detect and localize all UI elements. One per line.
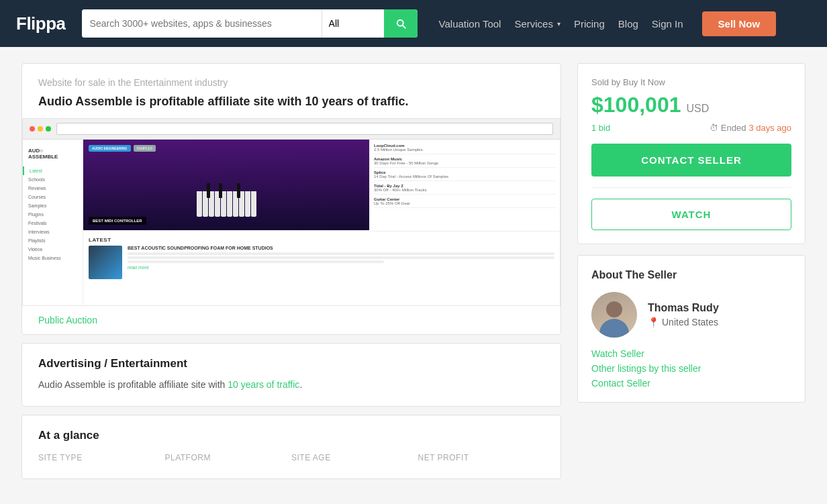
mock-post-thumbnail: [89, 246, 122, 279]
advertising-title: Advertising / Entertainment: [38, 357, 544, 370]
ended-info: ⏱ Ended 3 days ago: [710, 123, 791, 133]
right-column: Sold by Buy It Now $100,001 USD 1 bid ⏱ …: [577, 63, 806, 479]
search-input[interactable]: [82, 9, 322, 38]
main-container: Website for sale in the Entertainment in…: [11, 63, 816, 479]
desc-highlight-link[interactable]: 10 years of traffic: [228, 379, 299, 390]
mock-sidebar-videos: Videos: [23, 245, 83, 254]
other-listings-link[interactable]: Other listings by this seller: [591, 363, 791, 374]
mock-sidebar-courses: Courses: [23, 193, 83, 201]
seller-name: Thomas Rudy: [648, 302, 791, 314]
price-meta: 1 bid ⏱ Ended 3 days ago: [591, 123, 791, 133]
listing-card: Website for sale in the Entertainment in…: [21, 63, 561, 335]
listing-header: Website for sale in the Entertainment in…: [22, 64, 561, 118]
mock-side-item-5: Guitar Center Up To 25% Off Gear: [374, 197, 556, 208]
mock-sidebar-playlists: Playlists: [23, 236, 83, 245]
mock-hero-badge: BEST MIDI CONTROLLER: [89, 217, 146, 225]
price-divider: [591, 187, 791, 188]
sell-now-button[interactable]: Sell Now: [702, 11, 777, 36]
mock-post-text: BEST ACOUSTIC SOUNDPROOFING FOAM FOR HOM…: [128, 246, 554, 279]
mock-site-logo: AUD○ASSEMBLE: [23, 145, 83, 162]
mock-sidebar-festivals: Festivals: [23, 219, 83, 228]
nav-pricing[interactable]: Pricing: [574, 18, 605, 30]
mock-piano-bg: AUDIO ENGINEERING SAMPLES BEST MIDI CONT…: [83, 140, 369, 230]
listing-screenshot: AUD○ASSEMBLE Latest Schools Reviews Cour…: [22, 118, 561, 306]
site-logo[interactable]: Flippa: [16, 13, 66, 34]
mock-sidebar-music-business: Music Business: [23, 254, 83, 262]
location-icon: 📍: [648, 317, 659, 327]
left-column: Website for sale in the Entertainment in…: [21, 63, 561, 479]
mock-text-line-3: [128, 260, 384, 263]
mock-side-item-2: Amazon Music 30 Days For Free - 50 Milli…: [374, 157, 556, 168]
browser-dot-green: [46, 126, 51, 132]
mock-sidebar-interviews: Interviews: [23, 228, 83, 236]
nav-blog[interactable]: Blog: [618, 18, 638, 30]
seller-card: About The Seller Thomas Rudy 📍 United St…: [577, 255, 806, 403]
listing-footer: Public Auction: [22, 306, 561, 334]
mock-website-main: AUDIO ENGINEERING SAMPLES BEST MIDI CONT…: [83, 140, 560, 305]
advertising-desc: Audio Assemble is profitable affiliate s…: [38, 377, 544, 392]
mock-sidebar-latest: Latest: [23, 166, 83, 175]
mock-sidebar-plugins: Plugins: [23, 210, 83, 219]
contact-seller-link[interactable]: Contact Seller: [591, 378, 791, 389]
watch-button[interactable]: WATCH: [591, 199, 791, 230]
browser-dots: [30, 126, 51, 132]
search-filter-wrapper: All Websites Apps Domains: [322, 9, 384, 38]
nav-sign-in[interactable]: Sign In: [652, 18, 683, 30]
glance-title: At a glance: [38, 429, 544, 442]
public-auction-link[interactable]: Public Auction: [38, 315, 97, 325]
ended-time: 3 days ago: [748, 123, 791, 133]
advertising-card: Advertising / Entertainment Audio Assemb…: [21, 343, 561, 406]
contact-seller-button[interactable]: CONTACT SELLER: [591, 144, 791, 177]
seller-country: United States: [662, 317, 718, 327]
mock-side-articles: LoopCloud.com 2.5 Million Unique Samples…: [369, 140, 560, 230]
price-currency: USD: [686, 103, 709, 115]
nav-services[interactable]: Services ▾: [514, 18, 561, 30]
search-icon: [395, 17, 407, 30]
glance-net-profit-label: Net Profit: [418, 453, 545, 462]
mock-text-line-2: [128, 256, 554, 259]
nav-valuation-tool[interactable]: Valuation Tool: [439, 18, 501, 30]
mock-side-item-3: Splice 14 Day Trial - Access Millions Of…: [374, 170, 556, 181]
watch-seller-link[interactable]: Watch Seller: [591, 348, 791, 359]
seller-avatar-image: [591, 292, 637, 338]
desc-suffix: .: [299, 379, 302, 390]
at-a-glance-card: At a glance Site Type Platform Site Age …: [21, 415, 561, 479]
site-header: Flippa All Websites Apps Domains Valuati…: [0, 0, 827, 47]
screenshot-mockup: AUD○ASSEMBLE Latest Schools Reviews Cour…: [23, 119, 560, 305]
browser-dot-red: [30, 126, 35, 132]
mock-latest-label: LATEST: [89, 237, 554, 243]
mock-post-title: BEST ACOUSTIC SOUNDPROOFING FOAM FOR HOM…: [128, 246, 554, 250]
search-button[interactable]: [384, 9, 418, 38]
glance-site-type: Site Type: [38, 453, 165, 465]
browser-dot-yellow: [38, 126, 43, 132]
mock-text-line-1: [128, 252, 554, 255]
glance-site-age: Site Age: [291, 453, 418, 465]
price-card: Sold by Buy It Now $100,001 USD 1 bid ⏱ …: [577, 63, 806, 244]
ended-label: Ended: [721, 123, 746, 133]
services-chevron-icon: ▾: [557, 20, 561, 28]
search-bar: All Websites Apps Domains: [82, 9, 418, 38]
mock-side-item-4: Tidal - By Jay Z 30% Off - 400+ Million …: [374, 184, 556, 195]
glance-platform: Platform: [165, 453, 292, 465]
seller-info: Thomas Rudy 📍 United States: [591, 292, 791, 338]
seller-section-title: About The Seller: [591, 269, 791, 281]
bid-count: 1 bid: [591, 123, 610, 133]
seller-links: Watch Seller Other listings by this sell…: [591, 348, 791, 389]
mock-browser-bar: [23, 119, 560, 140]
mock-hero-image: AUDIO ENGINEERING SAMPLES BEST MIDI CONT…: [83, 140, 369, 230]
search-filter-select[interactable]: All Websites Apps Domains: [322, 9, 384, 38]
mock-sidebar-schools: Schools: [23, 175, 83, 184]
mock-read-more: read more: [128, 265, 554, 270]
glance-site-type-label: Site Type: [38, 453, 165, 462]
browser-url-bar: [56, 123, 553, 135]
glance-site-age-label: Site Age: [291, 453, 418, 462]
seller-location: 📍 United States: [648, 317, 791, 327]
mock-sidebar-samples: Samples: [23, 201, 83, 210]
glance-columns: Site Type Platform Site Age Net Profit: [38, 453, 544, 465]
mock-content: AUD○ASSEMBLE Latest Schools Reviews Cour…: [23, 140, 560, 305]
price-amount: $100,001: [591, 93, 681, 117]
listing-title: Audio Assemble is profitable affiliate s…: [38, 93, 544, 110]
mock-sidebar-reviews: Reviews: [23, 184, 83, 193]
seller-details: Thomas Rudy 📍 United States: [648, 302, 791, 327]
desc-prefix: Audio Assemble is profitable affiliate s…: [38, 379, 228, 390]
